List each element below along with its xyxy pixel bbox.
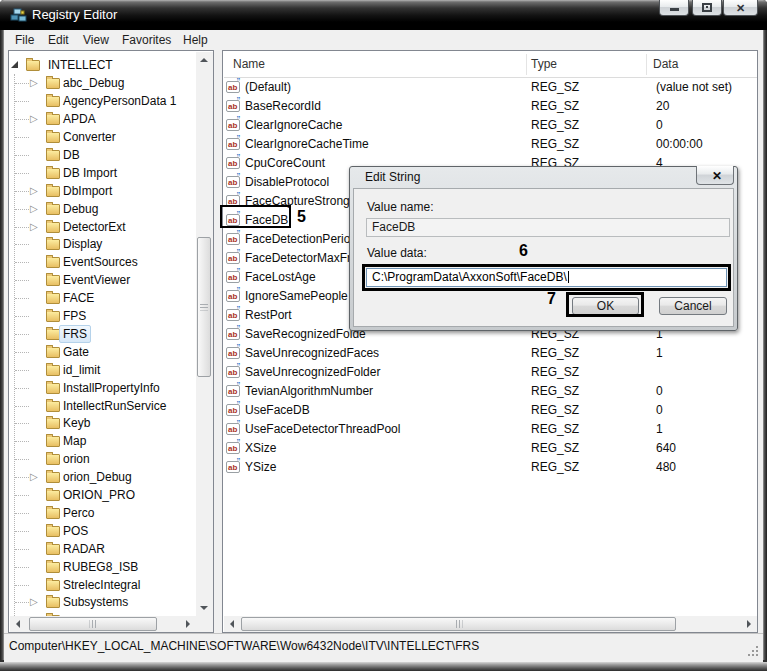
tree-item-Perco[interactable]: Perco <box>10 504 196 522</box>
tree-connector-stub <box>15 316 29 318</box>
registry-value-row[interactable]: ab”TevianAlgorithmNumberREG_SZ0 <box>224 382 757 401</box>
collapse-arrow-icon[interactable]: ▷ <box>30 469 38 485</box>
value-name-field[interactable]: FaceDB <box>366 218 730 237</box>
tree-item-Display[interactable]: Display <box>10 235 196 253</box>
tree-item-orion_Debug[interactable]: ▷orion_Debug <box>10 468 196 486</box>
tree-item-InstallPropertyInfo[interactable]: InstallPropertyInfo <box>10 379 196 397</box>
scroll-up-button[interactable] <box>196 52 212 68</box>
menu-help[interactable]: Help <box>183 30 208 50</box>
expand-arrow-icon[interactable] <box>11 61 18 68</box>
reg-sz-icon: ab” <box>226 385 240 397</box>
registry-value-row[interactable]: ab”BaseRecordIdREG_SZ20 <box>224 97 757 116</box>
value-data-label: Value data: <box>367 246 427 260</box>
registry-value-row[interactable]: ab”XSizeREG_SZ640 <box>224 439 757 458</box>
scroll-left-button[interactable] <box>224 616 240 632</box>
tree-item-FRS[interactable]: FRS <box>10 325 196 343</box>
tree-item-label: DB <box>63 147 80 163</box>
tree-item-label: RUBEG8_ISB <box>63 559 138 575</box>
menu-file[interactable]: File <box>15 30 34 50</box>
scroll-down-button[interactable] <box>196 600 212 616</box>
tree-item-ORION_PRO[interactable]: ORION_PRO <box>10 486 196 504</box>
tree-item-EventSources[interactable]: EventSources <box>10 253 196 271</box>
value-type: REG_SZ <box>531 401 579 420</box>
menu-edit[interactable]: Edit <box>48 30 69 50</box>
tree-item-id_limit[interactable]: id_limit <box>10 361 196 379</box>
tree-item-DbImport[interactable]: ▷DbImport <box>10 182 196 200</box>
minimize-button[interactable] <box>659 0 689 16</box>
close-button[interactable]: ✕ <box>723 0 758 16</box>
tree-connector-stub <box>15 173 29 175</box>
collapse-arrow-icon[interactable]: ▷ <box>30 201 38 217</box>
tree-vertical-scrollbar[interactable] <box>196 52 213 616</box>
tree-item-DB Import[interactable]: DB Import <box>10 164 196 182</box>
tree-item-RUBEG8_ISB[interactable]: RUBEG8_ISB <box>10 558 196 576</box>
tree-item-abc_Debug[interactable]: ▷abc_Debug <box>10 74 196 92</box>
tree-item-EventViewer[interactable]: EventViewer <box>10 271 196 289</box>
registry-value-row[interactable]: ab”SaveUnrecognizedFolderREG_SZ <box>224 363 757 382</box>
tree-connector-stub <box>15 459 29 461</box>
collapse-arrow-icon[interactable]: ▷ <box>30 594 38 610</box>
tree-item-Debug[interactable]: ▷Debug <box>10 200 196 218</box>
tree-item-Converter[interactable]: Converter <box>10 128 196 146</box>
reg-sz-icon: ab” <box>226 81 240 93</box>
tree-item-IntellectRunService[interactable]: IntellectRunService <box>10 397 196 415</box>
menu-favorites[interactable]: Favorites <box>122 30 171 50</box>
value-data: 1 <box>656 420 663 439</box>
dialog-close-button[interactable]: ✕ <box>696 166 734 185</box>
tree-item-APDA[interactable]: ▷APDA <box>10 110 196 128</box>
thumb-grip <box>90 620 97 628</box>
registry-value-row[interactable]: ab”SaveUnrecognizedFacesREG_SZ1 <box>224 344 757 363</box>
tree-item-FPS[interactable]: FPS <box>10 307 196 325</box>
title-bar[interactable]: Registry Editor ✕ <box>0 0 767 30</box>
dialog-title-bar[interactable]: Edit String ✕ <box>350 167 737 188</box>
registry-value-row[interactable]: ab”UseFaceDetectorThreadPoolREG_SZ1 <box>224 420 757 439</box>
collapse-arrow-icon[interactable]: ▷ <box>30 219 38 235</box>
registry-value-row[interactable]: ab”YSizeREG_SZ480 <box>224 458 757 477</box>
tree-item-DB[interactable]: DB <box>10 146 196 164</box>
tree-item-AgencyPersonData 1[interactable]: AgencyPersonData 1 <box>10 92 196 110</box>
list-hscroll-thumb[interactable] <box>241 617 676 631</box>
scroll-right-button[interactable] <box>180 616 196 632</box>
tree-item-INTELLECT[interactable]: INTELLECT <box>10 56 196 74</box>
arrow-right-icon <box>186 620 190 628</box>
tree-item-RADAR[interactable]: RADAR <box>10 540 196 558</box>
scroll-left-button[interactable] <box>10 616 26 632</box>
value-name: DisableProtocol <box>245 173 329 192</box>
tree-connector-stub <box>15 352 29 354</box>
column-separator[interactable] <box>646 54 647 75</box>
collapse-arrow-icon[interactable]: ▷ <box>30 111 38 127</box>
registry-value-row[interactable]: ab”ClearIgnoreCacheREG_SZ0 <box>224 116 757 135</box>
menu-bar: FileEditViewFavoritesHelp <box>4 30 763 50</box>
maximize-button[interactable] <box>692 0 722 16</box>
collapse-arrow-icon[interactable]: ▷ <box>30 183 38 199</box>
cancel-button[interactable]: Cancel <box>659 297 727 315</box>
registry-value-row[interactable]: ab”ClearIgnoreCacheTimeREG_SZ00:00:00 <box>224 135 757 154</box>
collapse-arrow-icon[interactable]: ▷ <box>30 75 38 91</box>
tree-item-Subsystems[interactable]: ▷Subsystems <box>10 593 196 611</box>
minimize-icon <box>670 8 679 11</box>
tree-item-Map[interactable]: Map <box>10 432 196 450</box>
registry-value-row[interactable]: ab”(Default)REG_SZ(value not set) <box>224 78 757 97</box>
resize-grip[interactable] <box>747 645 759 657</box>
tree-hscroll-thumb[interactable] <box>29 617 157 631</box>
tree-item-DetectorExt[interactable]: ▷DetectorExt <box>10 218 196 236</box>
list-horizontal-scrollbar[interactable] <box>224 616 757 632</box>
tree-item-Keyb[interactable]: Keyb <box>10 414 196 432</box>
tree-item-FACE[interactable]: FACE <box>10 289 196 307</box>
tree-vscroll-thumb[interactable] <box>197 237 211 377</box>
column-separator[interactable] <box>526 54 527 75</box>
tree-item-StrelecIntegral[interactable]: StrelecIntegral <box>10 576 196 594</box>
tree-item-orion[interactable]: orion <box>10 450 196 468</box>
tree-item-Gate[interactable]: Gate <box>10 343 196 361</box>
column-header-type[interactable]: Type <box>531 52 557 77</box>
tree-connector-stub <box>15 334 29 336</box>
column-header-name[interactable]: Name <box>233 52 265 77</box>
window-border-bottom <box>0 662 767 671</box>
value-name: RestPort <box>245 306 292 325</box>
registry-value-row[interactable]: ab”UseFaceDBREG_SZ0 <box>224 401 757 420</box>
tree-item-POS[interactable]: POS <box>10 522 196 540</box>
menu-view[interactable]: View <box>83 30 109 50</box>
scroll-right-button[interactable] <box>741 616 757 632</box>
column-header-data[interactable]: Data <box>653 52 678 77</box>
tree-horizontal-scrollbar[interactable] <box>10 616 196 632</box>
